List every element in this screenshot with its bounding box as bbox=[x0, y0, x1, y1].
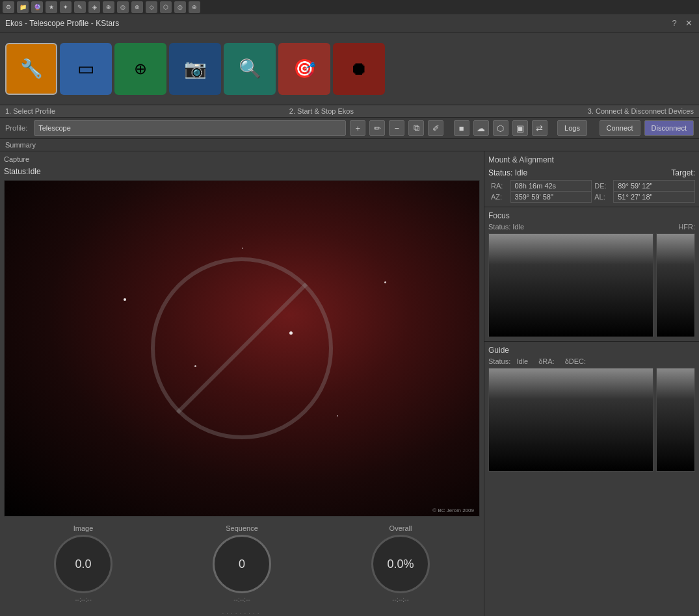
logs-button[interactable]: Logs bbox=[557, 120, 587, 136]
sys-icon-2: 📁 bbox=[17, 1, 29, 13]
mount-row-ra: RA: 08h 16m 42s DE: 89° 59' 12" bbox=[488, 181, 695, 192]
profile-bar: Profile: + ✏ − ⧉ ✐ ■ ☁ ⬡ ▣ ⇄ Logs Connec… bbox=[0, 118, 699, 139]
right-panel: Mount & Alignment Status: Idle Target: R… bbox=[484, 151, 699, 616]
sys-icon-9: ◎ bbox=[117, 1, 129, 13]
sys-icon-5: ✦ bbox=[60, 1, 72, 13]
progress-row: Image 0.0 --:--:-- Sequence 0 --:--:-- O… bbox=[4, 519, 480, 606]
guide-charts bbox=[488, 368, 695, 472]
no-signal-overlay bbox=[151, 257, 333, 439]
mount-status-label: Status: bbox=[488, 168, 512, 177]
profile-input[interactable] bbox=[34, 120, 346, 136]
disconnect-button[interactable]: Disconnect bbox=[644, 120, 694, 136]
sequence-circle: 0 bbox=[213, 535, 271, 593]
sys-icon-3: 🔮 bbox=[31, 1, 43, 13]
focus-status-row: Status: Idle HFR: bbox=[488, 223, 695, 231]
copy-profile-button[interactable]: ⧉ bbox=[408, 120, 424, 136]
mount-target: Target: bbox=[671, 168, 695, 177]
star-5 bbox=[384, 281, 386, 283]
overall-time: --:--:-- bbox=[392, 596, 409, 603]
de-label: DE: bbox=[592, 181, 614, 192]
image-watermark: © BC Jerom 2009 bbox=[432, 507, 474, 513]
guide-chart-small bbox=[656, 368, 695, 472]
overall-progress: Overall 0.0% --:--:-- bbox=[371, 524, 430, 603]
image-progress: Image 0.0 --:--:-- bbox=[54, 524, 112, 603]
steps-bar: 1. Select Profile 2. Start & Stop Ekos 3… bbox=[0, 105, 699, 118]
az-label: AZ: bbox=[488, 192, 510, 203]
al-value: 51° 27' 18" bbox=[614, 192, 695, 203]
summary-label: Summary bbox=[0, 139, 699, 151]
toolbar-btn-record[interactable]: ⏺ bbox=[333, 43, 385, 95]
switch-button[interactable]: ⇄ bbox=[532, 120, 547, 136]
focus-status-value: Idle bbox=[512, 223, 524, 231]
focus-charts bbox=[488, 233, 695, 337]
mount-row-az: AZ: 359° 59' 58" AL: 51° 27' 18" bbox=[488, 192, 695, 203]
sys-icon-7: ◈ bbox=[88, 1, 100, 13]
sequence-label: Sequence bbox=[226, 524, 258, 532]
profile-label: Profile: bbox=[5, 124, 27, 132]
image-label: Image bbox=[73, 524, 94, 532]
mount-status-value: Idle bbox=[515, 168, 527, 177]
mount-title: Mount & Alignment bbox=[488, 155, 695, 164]
connect-button[interactable]: Connect bbox=[600, 120, 640, 136]
ra-value: 08h 16m 42s bbox=[510, 181, 592, 192]
sys-icon-13: ◎ bbox=[174, 1, 186, 13]
mount-table: RA: 08h 16m 42s DE: 89° 59' 12" AZ: 359°… bbox=[488, 180, 695, 203]
remove-profile-button[interactable]: − bbox=[389, 120, 404, 136]
toolbar-btn-wrench[interactable]: 🔧 bbox=[5, 43, 57, 95]
title-bar-controls: ? ✕ bbox=[669, 18, 694, 29]
focus-status-label: Status: bbox=[488, 223, 510, 231]
sys-icon-11: ◇ bbox=[146, 1, 157, 13]
overall-circle: 0.0% bbox=[371, 535, 430, 593]
add-profile-button[interactable]: + bbox=[350, 120, 365, 136]
mount-status: Status: Idle bbox=[488, 168, 527, 177]
cloud-button[interactable]: ☁ bbox=[473, 120, 489, 136]
settings-profile-button[interactable]: ✐ bbox=[428, 120, 443, 136]
serial-button[interactable]: ▣ bbox=[512, 120, 528, 136]
guide-status: Status: Idle bbox=[488, 357, 528, 365]
title-bar: Ekos - Telescope Profile - KStars ? ✕ bbox=[0, 14, 699, 32]
focus-hfr: HFR: bbox=[678, 223, 695, 231]
guide-status-label: Status: bbox=[488, 357, 510, 365]
focus-status: Status: Idle bbox=[488, 223, 524, 231]
main-toolbar: 🔧 ▭ ⊕ 📷 🔍 🎯 ⏺ bbox=[0, 32, 699, 105]
focus-title: Focus bbox=[488, 211, 695, 220]
capture-panel: Capture Status:Idle © BC Jerom 2009 Imag… bbox=[0, 151, 484, 616]
capture-status: Status:Idle bbox=[4, 167, 480, 176]
edit-profile-button[interactable]: ✏ bbox=[369, 120, 385, 136]
sys-icon-14: ⊕ bbox=[189, 1, 200, 13]
az-value: 359° 59' 58" bbox=[510, 192, 592, 203]
help-button[interactable]: ? bbox=[669, 18, 679, 29]
guide-odec-label: δDEC: bbox=[565, 357, 586, 365]
guide-title: Guide bbox=[488, 346, 695, 355]
main-content: Capture Status:Idle © BC Jerom 2009 Imag… bbox=[0, 151, 699, 616]
stop-ekos-button[interactable]: ■ bbox=[454, 120, 469, 136]
separator-dots: ......... bbox=[4, 608, 480, 615]
sequence-progress: Sequence 0 --:--:-- bbox=[213, 524, 271, 603]
sys-icon-8: ⊕ bbox=[103, 1, 114, 13]
de-value: 89° 59' 12" bbox=[614, 181, 695, 192]
guide-chart-main bbox=[488, 368, 653, 472]
no-signal-line bbox=[176, 283, 308, 414]
filter-button[interactable]: ⬡ bbox=[493, 120, 508, 136]
guide-ora: δRA: bbox=[538, 357, 554, 365]
close-button[interactable]: ✕ bbox=[683, 18, 694, 29]
sys-icon-6: ✎ bbox=[74, 1, 86, 13]
focus-section: Focus Status: Idle HFR: bbox=[484, 207, 699, 342]
step3-label: 3. Connect & Disconnect Devices bbox=[588, 107, 694, 115]
focus-chart-main bbox=[488, 233, 653, 337]
image-circle: 0.0 bbox=[54, 535, 112, 593]
window-title: Ekos - Telescope Profile - KStars bbox=[5, 19, 119, 28]
guide-status-value: Idle bbox=[516, 357, 528, 365]
step1-label: 1. Select Profile bbox=[5, 107, 55, 115]
overall-label: Overall bbox=[389, 524, 412, 532]
step2-label: 2. Start & Stop Ekos bbox=[289, 107, 354, 115]
focus-chart-hfr bbox=[656, 233, 695, 337]
toolbar-btn-panel[interactable]: ▭ bbox=[60, 43, 112, 95]
mount-section: Mount & Alignment Status: Idle Target: R… bbox=[484, 151, 699, 207]
toolbar-btn-camera[interactable]: 📷 bbox=[169, 43, 221, 95]
toolbar-btn-search[interactable]: 🔍 bbox=[224, 43, 276, 95]
sys-icon-10: ⊗ bbox=[131, 1, 143, 13]
guide-section: Guide Status: Idle δRA: δDEC: bbox=[484, 342, 699, 616]
toolbar-btn-align[interactable]: ⊕ bbox=[114, 43, 166, 95]
toolbar-btn-target[interactable]: 🎯 bbox=[278, 43, 330, 95]
